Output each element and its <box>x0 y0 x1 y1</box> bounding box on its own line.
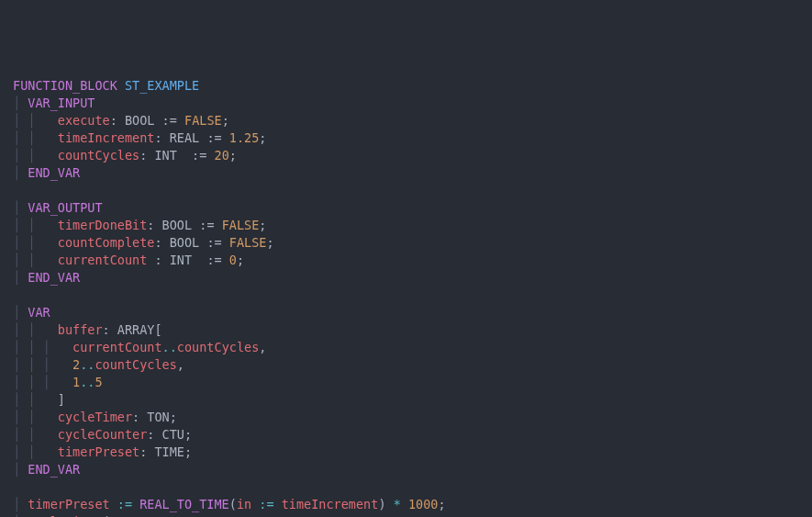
code-block: FUNCTION_BLOCK ST_EXAMPLE │ VAR_INPUT │ … <box>13 77 812 517</box>
